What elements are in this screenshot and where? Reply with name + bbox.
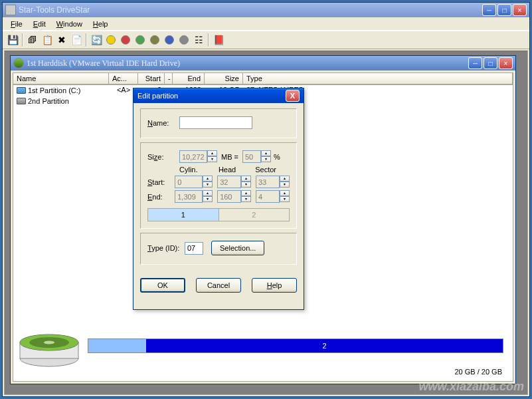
end-head-spinner[interactable]: ▴▾ — [217, 190, 251, 203]
filters-icon[interactable]: ☷ — [191, 33, 206, 47]
selection-button[interactable]: Selection... — [211, 241, 264, 255]
cylin-label: Cylin. — [179, 166, 219, 174]
menu-window[interactable]: Window — [51, 19, 88, 29]
ok-button[interactable]: OK — [140, 278, 185, 293]
start-head-spinner[interactable]: ▴▾ — [217, 176, 251, 188]
circle-gray-icon[interactable] — [177, 33, 191, 47]
start-cylin-spinner[interactable]: ▴▾ — [175, 176, 213, 188]
toolbar: 💾 🗊 📋 ✖ 📄 🔄 ☷ 📕 — [3, 31, 529, 49]
percent-label: % — [274, 153, 280, 161]
svg-point-5 — [44, 341, 54, 344]
menu-help[interactable]: Help — [88, 19, 114, 29]
end-sector-spinner[interactable]: ▴▾ — [256, 190, 290, 203]
spin-down-icon[interactable]: ▾ — [207, 156, 217, 162]
type-input[interactable] — [185, 242, 203, 255]
unit-label: MB = — [221, 153, 238, 161]
child-minimize-button[interactable]: ─ — [468, 57, 482, 69]
col-size[interactable]: Size — [205, 73, 243, 84]
disk-graphic-icon — [19, 329, 80, 368]
disk-icon — [13, 58, 24, 68]
circle-red-icon[interactable] — [118, 33, 133, 47]
bar-segment-1[interactable] — [88, 339, 146, 352]
list-header: Name Ac... Start - End Size Type — [13, 73, 513, 85]
paste-icon[interactable]: 📋 — [40, 33, 54, 47]
col-start[interactable]: Start — [138, 73, 165, 84]
circle-olive-icon[interactable] — [147, 33, 162, 47]
properties-icon[interactable]: 📄 — [69, 33, 84, 47]
name-label: Name: — [147, 119, 179, 127]
dialog-title: Edit partition — [137, 92, 178, 100]
child-maximize-button[interactable]: □ — [484, 57, 497, 69]
head-label: Head — [219, 166, 255, 174]
dialog-close-button[interactable]: X — [286, 90, 300, 102]
end-label: End: — [147, 193, 175, 201]
start-label: Start: — [147, 178, 175, 186]
menu-edit[interactable]: Edit — [28, 19, 51, 29]
circle-green-icon[interactable] — [133, 33, 147, 47]
col-dash[interactable]: - — [165, 73, 173, 84]
app-title: Star-Tools DriveStar — [19, 5, 482, 15]
edit-partition-dialog: Edit partition X Name: Size: ▴▾ MB = ▴▾ … — [133, 88, 304, 310]
col-type[interactable]: Type — [243, 73, 513, 84]
minimize-button[interactable]: ─ — [482, 4, 496, 16]
bar-segment-2[interactable]: 2 — [146, 339, 503, 352]
end-cylin-spinner[interactable]: ▴▾ — [175, 190, 213, 203]
col-end[interactable]: End — [173, 73, 205, 84]
help-icon[interactable]: 📕 — [211, 33, 226, 47]
partition-icon — [17, 87, 26, 94]
main-titlebar[interactable]: Star-Tools DriveStar ─ □ × — [3, 3, 529, 17]
delete-icon[interactable]: ✖ — [54, 33, 69, 47]
circle-blue-icon[interactable] — [162, 33, 177, 47]
copy-icon[interactable]: 🗊 — [25, 33, 40, 47]
save-icon[interactable]: 💾 — [5, 33, 20, 47]
menubar: File Edit Window Help — [3, 17, 529, 31]
name-input[interactable] — [179, 116, 252, 129]
child-close-button[interactable]: × — [499, 57, 513, 69]
size-label: Size: — [147, 153, 179, 161]
col-name[interactable]: Name — [13, 73, 109, 84]
refresh-icon[interactable]: 🔄 — [89, 33, 104, 47]
percent-spinner[interactable]: ▴▾ — [242, 150, 271, 163]
tab-1[interactable]: 1 — [148, 209, 219, 221]
disk-total-label: 20 GB / 20 GB — [454, 368, 502, 376]
tab-2[interactable]: 2 — [219, 209, 290, 221]
size-spinner[interactable]: ▴▾ — [179, 150, 217, 163]
circle-yellow-icon[interactable] — [104, 33, 118, 47]
sector-label: Sector — [255, 166, 290, 174]
start-sector-spinner[interactable]: ▴▾ — [256, 176, 290, 188]
type-label: Type (ID): — [147, 244, 185, 252]
col-active[interactable]: Ac... — [109, 73, 138, 84]
app-icon — [5, 5, 16, 15]
partition-bar[interactable]: 2 — [88, 338, 503, 353]
menu-file[interactable]: File — [5, 19, 28, 29]
child-titlebar[interactable]: 1st Harddisk (VMware Virtual IDE Hard Dr… — [11, 56, 515, 70]
dialog-titlebar[interactable]: Edit partition X — [133, 88, 304, 103]
partition-icon — [17, 98, 26, 104]
help-button[interactable]: Help — [252, 278, 297, 293]
spin-up-icon[interactable]: ▴ — [207, 150, 217, 156]
cancel-button[interactable]: Cancel — [196, 278, 241, 293]
close-button[interactable]: × — [513, 4, 527, 16]
child-title: 1st Harddisk (VMware Virtual IDE Hard Dr… — [27, 59, 468, 68]
maximize-button[interactable]: □ — [497, 4, 511, 16]
